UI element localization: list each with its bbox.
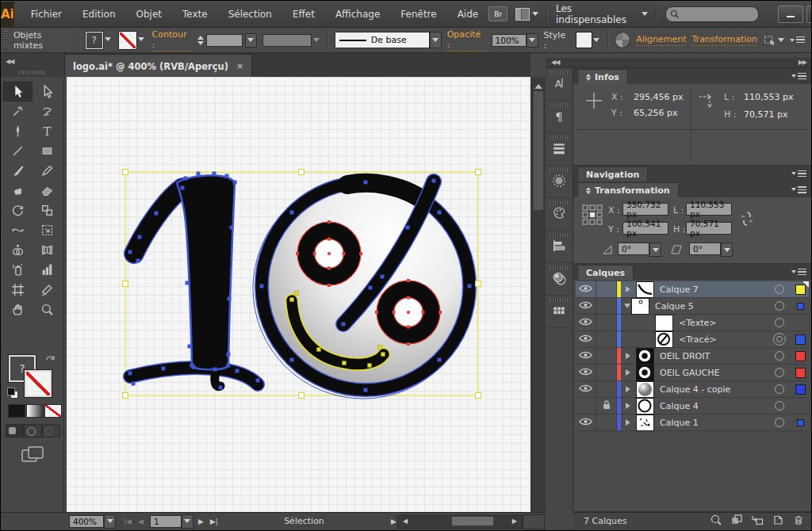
horizontal-scroll-thumb[interactable]: [452, 517, 493, 525]
locate-object-button[interactable]: [710, 514, 722, 529]
free-transform-tool[interactable]: [33, 220, 62, 240]
expand-arrow-icon[interactable]: [626, 403, 634, 409]
transformation-panel-menu[interactable]: [791, 185, 806, 193]
bridge-button[interactable]: Br: [488, 6, 508, 21]
expand-arrow-icon[interactable]: [626, 419, 634, 426]
delete-layer-button[interactable]: [792, 514, 805, 529]
draw-normal-button[interactable]: [6, 424, 24, 437]
target-button[interactable]: [768, 401, 791, 411]
expand-arrow-icon[interactable]: [626, 369, 634, 376]
align-link[interactable]: Alignement: [636, 34, 686, 46]
collapse-dock-button[interactable]: ▶▶: [799, 59, 806, 66]
symbol-sprayer-tool[interactable]: [3, 260, 33, 280]
document-tab[interactable]: logo.ai* @ 400% (RVB/Aperçu) ×: [64, 54, 252, 78]
collapse-icon-strip-button[interactable]: ◀◀: [551, 59, 559, 66]
artboard-number-field[interactable]: 1: [150, 515, 182, 528]
layer-name[interactable]: Calque 4 - copie: [660, 384, 730, 395]
menu-item[interactable]: Fenêtre: [390, 9, 446, 20]
layer-name[interactable]: OEIL GAUCHE: [660, 368, 719, 378]
draw-inside-button[interactable]: [42, 424, 60, 437]
visibility-toggle[interactable]: [576, 381, 596, 397]
gradient-mode-button[interactable]: [26, 404, 44, 418]
visibility-toggle[interactable]: [576, 281, 596, 297]
target-button[interactable]: [768, 301, 791, 311]
stroke-weight-stepper[interactable]: [197, 32, 204, 48]
eraser-tool[interactable]: [33, 181, 62, 201]
direct-selection-tool[interactable]: [33, 82, 62, 101]
make-clipping-mask-button[interactable]: [730, 514, 743, 529]
scroll-left-icon[interactable]: ◀: [403, 518, 408, 525]
previous-artboard-button[interactable]: ◀: [138, 518, 144, 525]
screen-mode-button[interactable]: [21, 446, 44, 464]
app-logo[interactable]: Ai: [1, 2, 14, 27]
transform-l-field[interactable]: 110,553 px: [686, 203, 732, 216]
collapse-arrow-icon[interactable]: [624, 304, 630, 311]
rotate-tool[interactable]: [3, 201, 33, 220]
layer-row-calque-7[interactable]: Calque 7: [576, 281, 809, 298]
scale-tool[interactable]: [33, 201, 62, 220]
layers-panel-menu[interactable]: [791, 268, 806, 276]
layer-row-texte[interactable]: <Texte>: [576, 315, 809, 331]
navigation-panel-menu[interactable]: [791, 170, 806, 178]
next-artboard-button[interactable]: ▶: [198, 518, 204, 525]
vertical-scrollbar[interactable]: [530, 77, 546, 512]
layer-row-calque-4-copie[interactable]: Calque 4 - copie: [576, 381, 809, 398]
layer-row-oeil-gauche[interactable]: OEIL GAUCHE: [576, 365, 809, 381]
align-panel-button[interactable]: [546, 231, 573, 263]
layer-thumbnail[interactable]: [631, 298, 649, 315]
selection-tool[interactable]: [3, 82, 33, 101]
target-button[interactable]: [768, 333, 791, 346]
horizontal-scrollbar[interactable]: ◀ ▶: [397, 515, 523, 529]
visibility-toggle[interactable]: [576, 348, 596, 364]
visibility-toggle[interactable]: [576, 398, 596, 414]
panel-grip[interactable]: [4, 31, 8, 50]
menu-item[interactable]: Fichier: [21, 9, 72, 20]
transform-x-field[interactable]: 350,732 px: [622, 203, 668, 216]
lock-toggle[interactable]: [596, 365, 617, 380]
menu-item[interactable]: Aide: [447, 9, 489, 20]
infos-panel-menu[interactable]: [791, 72, 806, 80]
recolor-artwork-icon[interactable]: [615, 32, 631, 48]
tab-navigation[interactable]: Navigation: [577, 166, 648, 181]
fill-color-dropdown[interactable]: [103, 32, 113, 48]
target-button[interactable]: [768, 418, 791, 427]
paintbrush-tool[interactable]: [3, 161, 33, 181]
menu-item[interactable]: Texte: [172, 9, 218, 20]
close-tab-icon[interactable]: ×: [236, 61, 243, 71]
lock-toggle[interactable]: [596, 414, 617, 430]
maximize-button[interactable]: [806, 6, 812, 23]
tab-infos[interactable]: Infos: [577, 69, 628, 84]
opacity-link[interactable]: Opacité :: [447, 29, 486, 52]
visibility-toggle[interactable]: [576, 298, 596, 314]
layer-thumbnail[interactable]: [636, 414, 654, 431]
expand-arrow-icon[interactable]: [626, 353, 634, 359]
fill-color-swatch[interactable]: ?: [86, 32, 103, 49]
visibility-toggle[interactable]: [576, 414, 596, 430]
zoom-level-field[interactable]: 400%: [69, 515, 104, 528]
scroll-right-icon[interactable]: ▶: [512, 518, 517, 525]
swap-fill-stroke-icon[interactable]: [44, 353, 57, 364]
rotate-angle-field[interactable]: 0°: [618, 243, 649, 255]
slice-tool[interactable]: [33, 280, 62, 300]
pencil-tool[interactable]: [33, 161, 62, 181]
arrange-documents-button[interactable]: [515, 8, 538, 21]
layer-thumbnail[interactable]: [636, 281, 654, 298]
lock-toggle[interactable]: [596, 331, 617, 347]
target-button[interactable]: [768, 285, 791, 294]
canvas[interactable]: [67, 77, 530, 512]
vertical-scroll-thumb[interactable]: [534, 91, 543, 210]
collapse-toolbar-button[interactable]: ◀◀: [6, 58, 13, 65]
swatches-panel-button[interactable]: [546, 296, 573, 328]
zoom-tool[interactable]: [33, 300, 62, 319]
minimize-button[interactable]: [778, 6, 803, 23]
brush-dropdown[interactable]: [430, 32, 442, 48]
menu-item[interactable]: Objet: [126, 9, 172, 20]
perspective-grid-tool[interactable]: [33, 240, 62, 260]
layer-row-calque-5[interactable]: Calque 5: [576, 298, 809, 315]
constrain-proportions-icon[interactable]: [740, 210, 754, 227]
layer-name[interactable]: Calque 5: [655, 301, 694, 311]
layer-thumbnail[interactable]: [636, 381, 654, 398]
tab-calques[interactable]: Calques: [577, 265, 634, 280]
stroke-color-dropdown[interactable]: [136, 32, 147, 48]
transform-h-field[interactable]: 70,571 px: [686, 222, 732, 235]
